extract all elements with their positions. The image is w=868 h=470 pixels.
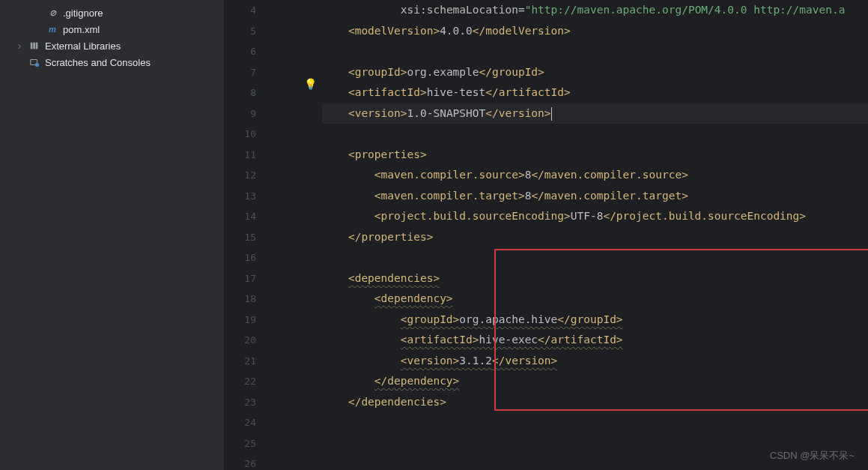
line-number: 12 <box>225 165 256 186</box>
code-line[interactable]: </dependencies> <box>322 392 868 413</box>
line-number: 21 <box>225 351 256 372</box>
line-gutter: 4567891011121314151617181920212223242526 <box>225 0 270 470</box>
line-number: 11 <box>225 145 256 166</box>
code-line[interactable] <box>322 247 868 268</box>
line-number: 23 <box>225 392 256 413</box>
tree-label: .gitignore <box>63 7 103 19</box>
line-number: 8 <box>225 82 256 103</box>
code-line[interactable]: </properties> <box>322 227 868 248</box>
code-line[interactable]: <properties> <box>322 145 868 166</box>
watermark-text: CSDN @呆呆不呆~ <box>770 449 855 463</box>
code-line[interactable]: </dependency> <box>322 371 868 392</box>
line-number: 26 <box>225 454 256 470</box>
code-line[interactable]: <artifactId>hive-test</artifactId> <box>322 82 868 103</box>
line-number: 13 <box>225 186 256 207</box>
line-number: 9 <box>225 103 256 124</box>
code-line[interactable]: <maven.compiler.source>8</maven.compiler… <box>322 165 868 186</box>
line-number: 25 <box>225 433 256 454</box>
line-number: 10 <box>225 124 256 145</box>
code-content[interactable]: xsi:schemaLocation="http://maven.apache.… <box>270 0 868 470</box>
line-number: 7 <box>225 62 256 83</box>
tree-label: External Libraries <box>45 40 121 52</box>
code-line[interactable]: <modelVersion>4.0.0</modelVersion> <box>322 21 868 42</box>
intention-bulb-icon[interactable]: 💡 <box>304 78 317 90</box>
project-sidebar[interactable]: ⊘ .gitignore m pom.xml › External Librar… <box>0 0 225 470</box>
code-line[interactable]: <project.build.sourceEncoding>UTF-8</pro… <box>322 206 868 227</box>
line-number: 24 <box>225 412 256 433</box>
chevron-right-icon: › <box>15 40 24 52</box>
code-line[interactable] <box>322 124 868 145</box>
line-number: 5 <box>225 21 256 42</box>
svg-rect-1 <box>33 43 35 49</box>
code-line[interactable]: <groupId>org.example</groupId> <box>322 62 868 83</box>
library-icon <box>28 40 40 52</box>
code-line[interactable]: <artifactId>hive-exec</artifactId> <box>322 330 868 351</box>
scratch-icon <box>28 56 40 68</box>
line-number: 18 <box>225 289 256 310</box>
svg-point-4 <box>35 63 39 67</box>
tree-item-scratches[interactable]: Scratches and Consoles <box>0 54 224 70</box>
line-number: 14 <box>225 206 256 227</box>
code-editor[interactable]: 4567891011121314151617181920212223242526… <box>225 0 868 470</box>
code-line[interactable] <box>322 41 868 62</box>
line-number: 16 <box>225 247 256 268</box>
line-number: 22 <box>225 371 256 392</box>
code-line[interactable]: <version>3.1.2</version> <box>322 351 868 372</box>
tree-item-gitignore[interactable]: ⊘ .gitignore <box>0 4 224 21</box>
tree-item-external-libraries[interactable]: › External Libraries <box>0 37 224 54</box>
code-line[interactable]: <dependency> <box>322 289 868 310</box>
line-number: 20 <box>225 330 256 351</box>
code-line[interactable] <box>322 412 868 433</box>
tree-label: pom.xml <box>63 24 100 35</box>
gitignore-icon: ⊘ <box>46 7 58 19</box>
tree-label: Scratches and Consoles <box>45 57 151 68</box>
maven-file-icon: m <box>46 23 58 35</box>
tree-item-pom[interactable]: m pom.xml <box>0 21 224 37</box>
text-caret <box>551 107 552 121</box>
code-line[interactable]: <version>1.0-SNAPSHOT</version> <box>322 103 868 124</box>
code-line[interactable]: xsi:schemaLocation="http://maven.apache.… <box>322 0 868 21</box>
code-line[interactable]: <groupId>org.apache.hive</groupId> <box>322 310 868 331</box>
line-number: 19 <box>225 310 256 331</box>
line-number: 6 <box>225 41 256 62</box>
line-number: 17 <box>225 268 256 289</box>
svg-rect-0 <box>31 43 33 49</box>
svg-rect-2 <box>36 43 38 49</box>
code-line[interactable]: <maven.compiler.target>8</maven.compiler… <box>322 186 868 207</box>
line-number: 4 <box>225 0 256 21</box>
line-number: 15 <box>225 227 256 248</box>
code-line[interactable]: <dependencies> <box>322 268 868 289</box>
